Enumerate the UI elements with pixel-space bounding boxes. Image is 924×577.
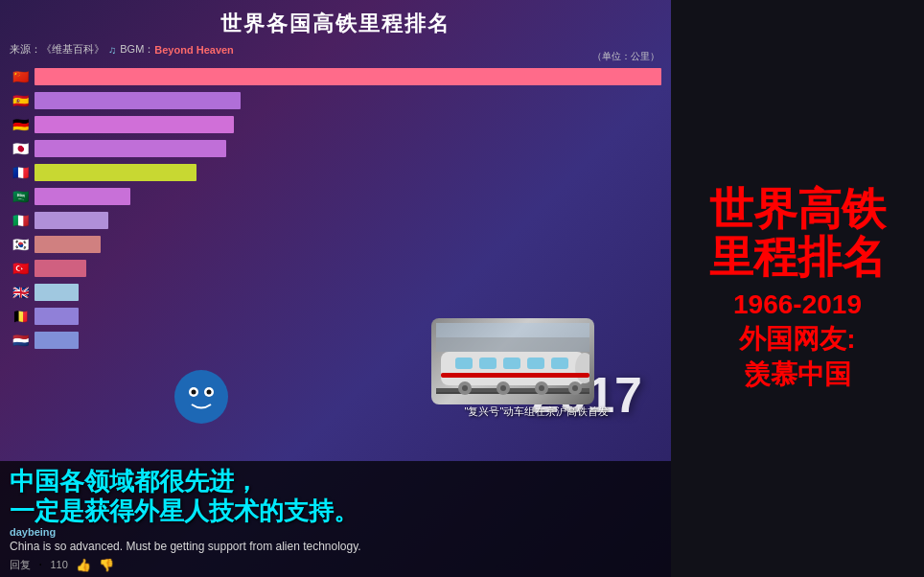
right-sidebar: 世界高铁 里程排名 1966-2019 外国网友: 羡慕中国 [671, 0, 924, 577]
bar-flag: 🇨🇳 [10, 70, 31, 83]
bar-fill [35, 68, 661, 85]
bar-fill [35, 308, 79, 325]
bar-row: 🇯🇵3244 [10, 138, 661, 159]
bar-row: 🇸🇦1579 [10, 186, 661, 207]
bar-track: 1182 [35, 212, 661, 229]
bar-flag: 🇳🇱 [10, 334, 31, 347]
bar-track: 764 [35, 284, 661, 301]
bar-track: 1105 [35, 236, 661, 253]
bar-flag: 🇯🇵 [10, 142, 31, 155]
bar-track: 2637 [35, 164, 661, 181]
svg-point-24 [207, 390, 212, 395]
bar-flag: 🇫🇷 [10, 166, 31, 179]
svg-rect-8 [551, 358, 568, 369]
svg-rect-19 [436, 337, 589, 352]
danmaku-line1: 中国各领域都很先进， [10, 467, 661, 496]
svg-rect-1 [436, 392, 589, 394]
bar-row: 🇩🇪3264 [10, 114, 661, 135]
bar-fill [35, 140, 226, 157]
sidebar-title-line1: 世界高铁 [709, 184, 886, 234]
sidebar-subtitle: 1966-2019 外国网友: 羡慕中国 [733, 288, 862, 392]
thumbs-down-icon[interactable]: 👎 [99, 558, 114, 572]
thumbs-up-icon[interactable]: 👍 [76, 558, 91, 572]
bar-row: 🇮🇹1182 [10, 210, 661, 231]
svg-point-15 [539, 385, 544, 391]
sidebar-year: 1966-2019 [733, 289, 862, 319]
bar-fill [35, 332, 79, 349]
bar-flag: 🇮🇹 [10, 214, 31, 227]
sidebar-title-line2: 里程排名 [709, 232, 886, 282]
train-caption: "复兴号"动车组在京沪高铁首发 [422, 404, 652, 419]
bar-fill [35, 260, 86, 277]
reply-button[interactable]: 回复 [10, 558, 31, 572]
danmaku-line2: 一定是获得外星人技术的支持。 [10, 496, 661, 526]
svg-rect-7 [527, 358, 544, 369]
bar-flag: 🇪🇸 [10, 94, 31, 107]
svg-rect-6 [503, 358, 520, 369]
train-image [431, 318, 594, 404]
comment-footer: 回复 · 110 👍 👎 [10, 556, 661, 573]
svg-rect-4 [455, 358, 473, 369]
sidebar-title: 世界高铁 里程排名 [709, 185, 886, 282]
sidebar-subtitle-line2: 外国网友: [739, 324, 855, 354]
svg-rect-9 [441, 373, 589, 378]
bgm-label: BGM： [120, 42, 154, 57]
bar-row: 🇹🇷845 [10, 258, 661, 279]
source-label: 来源：《维基百科》 [10, 42, 104, 57]
comment-block: daybeing China is so advanced. Must be g… [10, 526, 661, 553]
like-count: 110 [50, 559, 67, 570]
music-icon: ♫ [108, 44, 116, 56]
bar-fill [35, 284, 79, 301]
svg-point-13 [500, 385, 506, 391]
bar-fill [35, 116, 234, 133]
bar-fill [35, 92, 241, 109]
svg-point-20 [174, 370, 228, 424]
bar-fill [35, 236, 101, 253]
mascot [173, 368, 230, 426]
bar-row: 🇨🇳25134 [10, 66, 661, 87]
dot-separator: · [38, 556, 42, 573]
svg-point-23 [192, 390, 196, 395]
comment-overlay: 中国各领域都很先进， 一定是获得外星人技术的支持。 daybeing China… [0, 461, 671, 577]
bar-row: 🇪🇸3287 [10, 90, 661, 111]
sidebar-subtitle-line3: 羡慕中国 [744, 359, 851, 389]
bar-flag: 🇩🇪 [10, 118, 31, 131]
bar-fill [35, 212, 108, 229]
bar-flag: 🇬🇧 [10, 286, 31, 299]
chart-title: 世界各国高铁里程排名 [0, 0, 671, 38]
svg-rect-5 [479, 358, 497, 369]
bars-container: 🇨🇳25134🇪🇸3287🇩🇪3264🇯🇵3244🇫🇷2637🇸🇦1579🇮🇹1… [0, 60, 671, 357]
bar-track: 3244 [35, 140, 661, 157]
source-line: 来源：《维基百科》 ♫ BGM： Beyond Heaven [0, 38, 671, 60]
bar-flag: 🇹🇷 [10, 262, 31, 275]
bar-fill [35, 164, 196, 181]
bar-flag: 🇰🇷 [10, 238, 31, 251]
video-area: 世界各国高铁里程排名 来源：《维基百科》 ♫ BGM： Beyond Heave… [0, 0, 671, 577]
bar-track: 845 [35, 260, 661, 277]
commenter-name: daybeing [10, 526, 661, 538]
bar-row: 🇰🇷1105 [10, 234, 661, 255]
bar-track: 25134 [35, 68, 661, 85]
unit-label: （单位：公里） [592, 50, 659, 63]
svg-point-17 [572, 385, 578, 391]
comment-english: China is so advanced. Must be getting su… [10, 540, 661, 553]
bar-track: 1579 [35, 188, 661, 205]
bar-track: 3287 [35, 92, 661, 109]
bar-fill [35, 188, 130, 205]
bar-row: 🇫🇷2637 [10, 162, 661, 183]
bar-row: 🇬🇧764 [10, 282, 661, 303]
train-svg [436, 323, 589, 400]
bar-track: 3264 [35, 116, 661, 133]
svg-point-11 [462, 385, 468, 391]
song-name: Beyond Heaven [154, 44, 234, 56]
bar-flag: 🇸🇦 [10, 190, 31, 203]
bar-flag: 🇧🇪 [10, 310, 31, 323]
